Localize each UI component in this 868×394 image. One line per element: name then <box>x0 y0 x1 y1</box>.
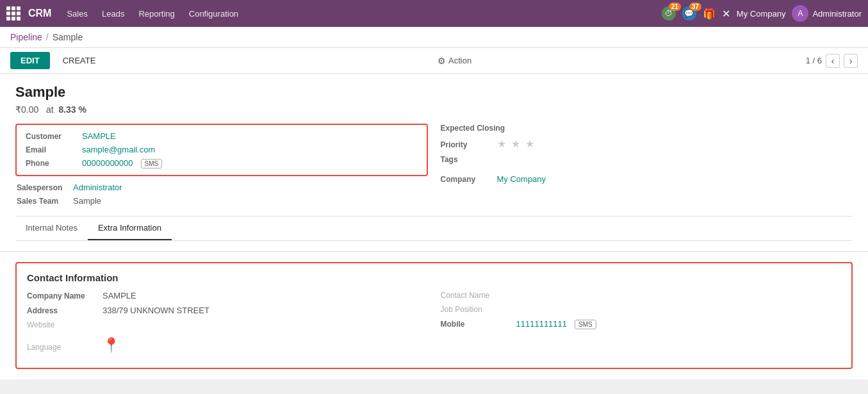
sales-team-value: Sample <box>73 196 101 206</box>
user-menu[interactable]: A Administrator <box>792 5 862 22</box>
website-row: Website <box>27 320 428 329</box>
chat-count: 37 <box>689 3 701 11</box>
edit-button[interactable]: EDIT <box>10 52 50 69</box>
gear-icon: ⚙ <box>438 56 446 66</box>
customer-row: Customer SAMPLE <box>26 131 418 141</box>
sales-team-row: Sales Team Sample <box>17 196 427 206</box>
address-label: Address <box>27 306 97 315</box>
expected-closing-label: Expected Closing <box>441 124 505 133</box>
phone-label: Phone <box>26 159 77 168</box>
company-selector[interactable]: My Company <box>737 9 786 19</box>
sms-button[interactable]: SMS <box>141 159 163 168</box>
phone-row: Phone 00000000000 SMS <box>26 158 418 168</box>
customer-label: Customer <box>26 132 77 141</box>
record-title: Sample <box>15 84 853 101</box>
breadcrumb-current: Sample <box>53 32 83 42</box>
at-word: at <box>46 104 54 115</box>
action-button[interactable]: ⚙ Action <box>438 56 471 66</box>
email-row: Email sample@gmail.com <box>26 145 418 154</box>
nav-reporting[interactable]: Reporting <box>133 9 179 19</box>
user-avatar: A <box>792 5 808 22</box>
tabs-section: Internal Notes Extra Information <box>15 216 853 241</box>
company-name-row: Company Name SAMPLE <box>27 291 428 300</box>
language-label: Language <box>27 343 97 352</box>
expected-closing-row: Expected Closing <box>441 124 853 133</box>
salesperson-row: Salesperson Administrator <box>17 183 427 192</box>
map-pin-icon: 📍 <box>102 337 120 354</box>
contact-name-label: Contact Name <box>441 291 511 300</box>
nav-leads[interactable]: Leads <box>97 9 129 19</box>
priority-row: Priority ★ ★ ★ <box>441 138 853 150</box>
mobile-row: Mobile 11111111111 SMS <box>441 319 842 329</box>
company-value[interactable]: My Company <box>497 174 546 184</box>
company-name-label: Company Name <box>27 291 97 300</box>
breadcrumb-separator: / <box>46 32 49 42</box>
contact-col-left: Company Name SAMPLE Address 338/79 UNKNO… <box>27 291 428 359</box>
salesperson-fields: Salesperson Administrator Sales Team Sam… <box>15 183 428 206</box>
contact-section: Contact Information Company Name SAMPLE … <box>0 252 868 379</box>
close-icon-wrap[interactable]: ✕ <box>722 8 730 20</box>
customer-value[interactable]: SAMPLE <box>82 131 116 141</box>
tab-extra-information[interactable]: Extra Information <box>88 217 172 240</box>
breadcrumb-parent[interactable]: Pipeline <box>10 32 42 42</box>
website-label: Website <box>27 320 97 329</box>
main-content: Sample ₹0.00 at 8.33 % Customer SAMPLE E… <box>0 74 868 393</box>
priority-stars[interactable]: ★ ★ ★ <box>497 138 536 150</box>
navbar: CRM Sales Leads Reporting Configuration … <box>0 0 868 27</box>
pagination: 1 / 6 ‹ › <box>806 54 858 68</box>
job-position-row: Job Position <box>441 305 842 314</box>
nav-icons: ⏱ 21 💬 37 🎁 ✕ My Company A Administrator <box>662 5 862 22</box>
tabs-bar: Internal Notes Extra Information <box>15 217 853 241</box>
company-name: My Company <box>737 9 786 19</box>
company-label: Company <box>441 175 492 184</box>
company-name-value: SAMPLE <box>102 291 136 300</box>
contact-col-right: Contact Name Job Position Mobile 1111111… <box>441 291 842 359</box>
mobile-sms-button[interactable]: SMS <box>575 320 596 329</box>
app-brand: CRM <box>28 8 51 19</box>
address-value: 338/79 UNKNOWN STREET <box>102 306 209 315</box>
at-label <box>41 104 44 115</box>
contact-section-title: Contact Information <box>27 272 841 283</box>
fields-left: Customer SAMPLE Email sample@gmail.com P… <box>15 124 428 206</box>
tags-label: Tags <box>441 155 492 164</box>
company-row: Company My Company <box>441 174 853 184</box>
tags-row: Tags <box>441 155 853 164</box>
create-button[interactable]: CREATE <box>55 52 104 69</box>
chat-badge[interactable]: 💬 37 <box>682 6 696 21</box>
contact-info-box: Contact Information Company Name SAMPLE … <box>15 262 853 369</box>
mobile-label: Mobile <box>441 320 511 329</box>
sales-team-label: Sales Team <box>17 197 68 206</box>
contact-fields-box: Customer SAMPLE Email sample@gmail.com P… <box>15 124 428 176</box>
clock-badge[interactable]: ⏱ 21 <box>662 6 676 21</box>
clock-count: 21 <box>669 3 681 11</box>
percentage: 8.33 % <box>56 104 86 115</box>
language-row: Language 📍 <box>27 334 428 354</box>
close-icon: ✕ <box>722 8 730 19</box>
toolbar: EDIT CREATE ⚙ Action 1 / 6 ‹ › <box>0 48 868 74</box>
grid-menu-icon[interactable] <box>6 6 20 21</box>
address-row: Address 338/79 UNKNOWN STREET <box>27 306 428 315</box>
record-card: Sample ₹0.00 at 8.33 % Customer SAMPLE E… <box>0 74 868 252</box>
amount: ₹0.00 <box>15 104 38 115</box>
salesperson-value[interactable]: Administrator <box>73 183 122 192</box>
nav-sales[interactable]: Sales <box>61 9 93 19</box>
nav-configuration[interactable]: Configuration <box>184 9 243 19</box>
tab-internal-notes[interactable]: Internal Notes <box>15 217 88 240</box>
breadcrumb: Pipeline / Sample <box>0 27 868 48</box>
phone-value[interactable]: 00000000000 <box>82 158 133 168</box>
email-label: Email <box>26 145 77 154</box>
contact-grid: Company Name SAMPLE Address 338/79 UNKNO… <box>27 291 841 359</box>
email-value[interactable]: sample@gmail.com <box>82 145 155 154</box>
priority-label: Priority <box>441 140 492 149</box>
gift-icon-wrap[interactable]: 🎁 <box>703 8 716 20</box>
fields-section: Customer SAMPLE Email sample@gmail.com P… <box>15 124 853 206</box>
record-subtitle: ₹0.00 at 8.33 % <box>15 104 853 115</box>
action-label: Action <box>448 56 471 65</box>
contact-name-row: Contact Name <box>441 291 842 300</box>
pagination-text: 1 / 6 <box>806 56 822 65</box>
mobile-value[interactable]: 11111111111 <box>516 319 568 329</box>
next-page-button[interactable]: › <box>844 54 858 68</box>
prev-page-button[interactable]: ‹ <box>826 54 840 68</box>
fields-right: Expected Closing Priority ★ ★ ★ Tags Com… <box>441 124 853 206</box>
user-name: Administrator <box>812 9 862 19</box>
